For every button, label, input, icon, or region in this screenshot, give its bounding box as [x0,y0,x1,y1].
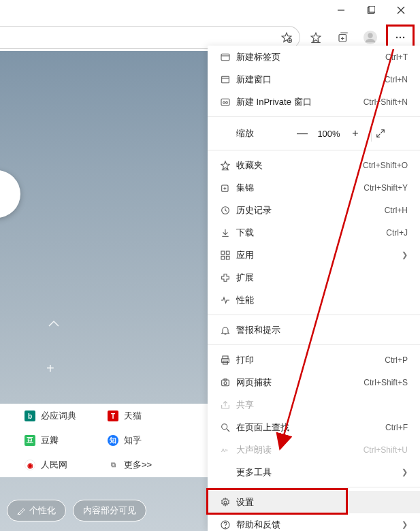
svg-rect-42 [223,356,228,359]
menu-item-label: 在页面上查找 [236,421,385,434]
link-renmin[interactable]: ◉人民网 [0,459,103,471]
svg-rect-39 [221,256,225,259]
svg-point-49 [222,423,227,429]
svg-rect-2 [369,6,375,12]
link-douban[interactable]: 豆豆瓣 [0,434,103,447]
menu-item-help[interactable]: 帮助和反馈❯ [208,513,420,531]
svg-rect-45 [222,380,229,386]
share-icon [220,400,236,411]
menu-separator [208,315,420,315]
print-icon [220,355,236,366]
menu-item-shortcut: Ctrl+Shift+O [363,161,408,170]
svg-point-17 [396,37,398,38]
link-bing-dict[interactable]: b必应词典 [0,410,103,422]
menu-item-label: 设置 [236,496,408,509]
divider [371,125,372,142]
personalize-button[interactable]: 个性化 [7,500,66,521]
chevron-up-icon[interactable] [48,319,60,327]
link-more[interactable]: ⧉更多>> [103,459,152,471]
menu-separator [208,344,420,345]
link-label: 天猫 [124,410,142,422]
menu-item-perf[interactable]: 性能 [208,289,420,311]
link-label: 豆瓣 [41,434,59,447]
renmin-icon: ◉ [25,460,35,470]
fullscreen-button[interactable] [376,129,395,138]
svg-point-26 [226,101,228,103]
star-icon [220,160,236,171]
svg-point-25 [223,101,225,103]
menu-item-read: A»大声朗读Ctrl+Shift+U [208,438,420,461]
circular-button[interactable] [0,170,20,218]
window-icon [220,74,236,85]
menu-item-find[interactable]: 在页面上查找Ctrl+F [208,416,420,438]
chevron-right-icon: ❯ [402,520,408,529]
bottom-pill-bar: 个性化 内容部分可见 [7,500,146,521]
inprivate-icon [220,97,236,108]
collections-icon [220,182,236,193]
menu-item-inprivate[interactable]: 新建 InPrivate 窗口Ctrl+Shift+N [208,91,420,113]
menu-item-gear[interactable]: 设置 [208,491,420,513]
menu-item-window[interactable]: 新建窗口Ctrl+N [208,68,420,91]
tab-icon [220,52,236,63]
menu-item-star[interactable]: 收藏夹Ctrl+Shift+O [208,154,420,176]
pencil-icon [17,506,25,515]
tmall-icon: T [108,411,118,421]
svg-point-52 [224,501,227,504]
link-label: 人民网 [41,459,67,471]
minimize-button[interactable] [334,3,348,17]
menu-item-item5[interactable]: 更多工具❯ [208,461,420,483]
menu-item-shortcut: Ctrl+Shift+Y [364,183,408,193]
plus-icon[interactable]: + [46,361,54,376]
menu-item-tab[interactable]: 新建标签页Ctrl+T [208,46,420,68]
menu-item-shortcut: Ctrl+P [385,355,408,365]
svg-point-19 [403,37,404,38]
quick-links-panel: b必应词典 T天猫 豆豆瓣 知知乎 ◉人民网 ⧉更多>> [0,404,208,477]
menu-item-label: 共享 [236,399,408,411]
link-tmall[interactable]: T天猫 [103,410,142,422]
menu-item-bell[interactable]: 警报和提示 [208,319,420,341]
menu-item-shortcut: Ctrl+J [386,228,408,238]
douban-icon: 豆 [25,435,35,446]
menu-item-label: 扩展 [236,272,408,284]
svg-line-50 [227,429,229,432]
svg-point-54 [225,527,225,528]
visibility-button[interactable]: 内容部分可见 [73,500,146,521]
menu-item-shortcut: Ctrl+N [385,75,408,84]
menu-item-apps[interactable]: 应用❯ [208,244,420,266]
link-label: 必应词典 [41,410,76,422]
more-menu-button[interactable] [394,31,406,44]
ext-icon [220,272,236,283]
chevron-right-icon: ❯ [402,251,408,259]
menu-item-ext[interactable]: 扩展 [208,266,420,289]
zoom-label: 缩放 [236,127,291,140]
svg-rect-22 [222,76,229,82]
menu-item-collections[interactable]: 集锦Ctrl+Shift+Y [208,176,420,199]
menu-item-capture[interactable]: 网页捕获Ctrl+Shift+S [208,371,420,393]
menu-item-label: 新建窗口 [236,74,385,86]
menu-item-label: 下载 [236,227,386,239]
settings-and-more-menu: 新建标签页Ctrl+T新建窗口Ctrl+N新建 InPrivate 窗口Ctrl… [208,46,420,531]
pill-label: 内容部分可见 [83,504,136,517]
svg-rect-37 [221,251,225,255]
menu-item-download[interactable]: 下载Ctrl+J [208,221,420,244]
link-label: 更多>> [124,459,152,471]
favorite-add-icon[interactable] [280,31,293,44]
svg-point-18 [400,37,401,38]
pill-label: 个性化 [29,504,56,517]
link-zhihu[interactable]: 知知乎 [103,434,142,447]
maximize-button[interactable] [364,3,378,17]
close-button[interactable] [394,3,408,17]
svg-line-28 [377,134,381,138]
zoom-in-button[interactable]: + [344,127,367,140]
link-label: 知乎 [124,434,142,447]
help-icon [220,519,236,530]
menu-item-print[interactable]: 打印Ctrl+P [208,349,420,371]
zoom-out-button[interactable]: — [291,127,314,140]
menu-item-history[interactable]: 历史记录Ctrl+H [208,199,420,221]
menu-item-label: 性能 [236,294,408,306]
svg-rect-38 [226,251,229,255]
menu-item-label: 网页捕获 [236,376,364,389]
menu-item-label: 应用 [236,249,398,261]
menu-item-label: 新建标签页 [236,51,385,63]
menu-item-label: 更多工具 [236,466,398,479]
